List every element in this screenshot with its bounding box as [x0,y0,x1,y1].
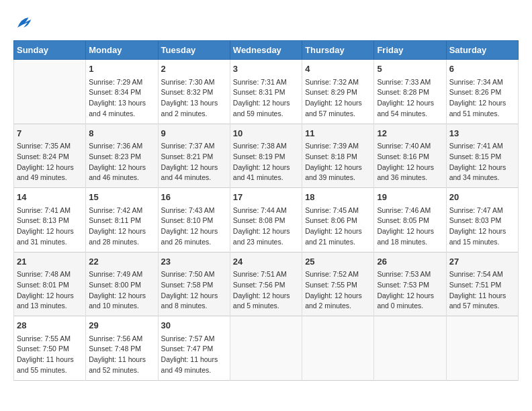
day-info: Sunrise: 7:46 AMSunset: 8:05 PMDaylight:… [377,205,443,248]
day-cell: 3Sunrise: 7:31 AMSunset: 8:31 PMDaylight… [230,60,302,124]
day-cell: 26Sunrise: 7:53 AMSunset: 7:53 PMDayligh… [374,252,446,316]
day-number: 4 [305,62,371,76]
day-cell [14,60,86,124]
day-cell: 2Sunrise: 7:30 AMSunset: 8:32 PMDaylight… [158,60,230,124]
day-number: 12 [377,127,443,140]
column-header-monday: Monday [86,41,158,60]
logo [13,13,36,34]
day-info: Sunrise: 7:55 AMSunset: 7:50 PMDaylight:… [17,334,83,376]
day-info: Sunrise: 7:38 AMSunset: 8:19 PMDaylight:… [233,141,299,183]
day-info: Sunrise: 7:32 AMSunset: 8:29 PMDaylight:… [305,77,371,120]
day-cell: 28Sunrise: 7:55 AMSunset: 7:50 PMDayligh… [14,316,86,381]
week-row-1: 1Sunrise: 7:29 AMSunset: 8:34 PMDaylight… [14,60,519,124]
day-cell: 29Sunrise: 7:56 AMSunset: 7:48 PMDayligh… [86,316,158,381]
day-number: 8 [89,127,154,140]
day-info: Sunrise: 7:40 AMSunset: 8:16 PMDaylight:… [377,141,443,183]
week-row-3: 14Sunrise: 7:41 AMSunset: 8:13 PMDayligh… [14,188,519,253]
day-cell [230,316,302,381]
day-number: 7 [17,127,83,140]
day-info: Sunrise: 7:29 AMSunset: 8:34 PMDaylight:… [89,77,154,120]
day-number: 21 [17,255,83,269]
day-info: Sunrise: 7:31 AMSunset: 8:31 PMDaylight:… [233,77,299,120]
day-number: 16 [161,191,227,204]
day-number: 23 [161,255,227,269]
day-number: 26 [377,255,443,269]
day-number: 15 [89,191,154,204]
column-header-thursday: Thursday [302,41,374,60]
day-info: Sunrise: 7:53 AMSunset: 7:53 PMDaylight:… [377,269,443,312]
day-cell: 14Sunrise: 7:41 AMSunset: 8:13 PMDayligh… [14,188,86,253]
day-cell: 7Sunrise: 7:35 AMSunset: 8:24 PMDaylight… [14,124,86,188]
column-header-sunday: Sunday [14,41,86,60]
week-row-5: 28Sunrise: 7:55 AMSunset: 7:50 PMDayligh… [14,316,519,381]
calendar-table: SundayMondayTuesdayWednesdayThursdayFrid… [13,40,519,381]
day-number: 30 [161,319,227,332]
column-header-friday: Friday [374,41,446,60]
week-row-4: 21Sunrise: 7:48 AMSunset: 8:01 PMDayligh… [14,252,519,316]
day-info: Sunrise: 7:43 AMSunset: 8:10 PMDaylight:… [161,205,227,248]
day-cell: 8Sunrise: 7:36 AMSunset: 8:23 PMDaylight… [86,124,158,188]
day-info: Sunrise: 7:34 AMSunset: 8:26 PMDaylight:… [449,77,515,120]
column-header-tuesday: Tuesday [158,41,230,60]
day-info: Sunrise: 7:41 AMSunset: 8:13 PMDaylight:… [17,205,83,248]
day-cell: 25Sunrise: 7:52 AMSunset: 7:55 PMDayligh… [302,252,374,316]
day-info: Sunrise: 7:42 AMSunset: 8:11 PMDaylight:… [89,205,154,248]
day-cell: 10Sunrise: 7:38 AMSunset: 8:19 PMDayligh… [230,124,302,188]
day-cell: 23Sunrise: 7:50 AMSunset: 7:58 PMDayligh… [158,252,230,316]
day-cell: 24Sunrise: 7:51 AMSunset: 7:56 PMDayligh… [230,252,302,316]
day-info: Sunrise: 7:41 AMSunset: 8:15 PMDaylight:… [449,141,515,183]
day-cell: 16Sunrise: 7:43 AMSunset: 8:10 PMDayligh… [158,188,230,253]
day-cell: 30Sunrise: 7:57 AMSunset: 7:47 PMDayligh… [158,316,230,381]
day-cell: 27Sunrise: 7:54 AMSunset: 7:51 PMDayligh… [446,252,518,316]
day-number: 19 [377,191,443,204]
day-number: 28 [17,319,83,332]
column-header-saturday: Saturday [446,41,518,60]
day-info: Sunrise: 7:51 AMSunset: 7:56 PMDaylight:… [233,269,299,312]
day-cell: 22Sunrise: 7:49 AMSunset: 8:00 PMDayligh… [86,252,158,316]
day-cell: 6Sunrise: 7:34 AMSunset: 8:26 PMDaylight… [446,60,518,124]
day-number: 11 [305,127,371,140]
calendar-header-row: SundayMondayTuesdayWednesdayThursdayFrid… [14,41,519,60]
day-cell: 4Sunrise: 7:32 AMSunset: 8:29 PMDaylight… [302,60,374,124]
day-cell: 15Sunrise: 7:42 AMSunset: 8:11 PMDayligh… [86,188,158,253]
day-number: 25 [305,255,371,269]
day-info: Sunrise: 7:36 AMSunset: 8:23 PMDaylight:… [89,141,154,183]
day-info: Sunrise: 7:44 AMSunset: 8:08 PMDaylight:… [233,205,299,248]
day-cell: 19Sunrise: 7:46 AMSunset: 8:05 PMDayligh… [374,188,446,253]
day-cell: 11Sunrise: 7:39 AMSunset: 8:18 PMDayligh… [302,124,374,188]
day-info: Sunrise: 7:30 AMSunset: 8:32 PMDaylight:… [161,77,227,120]
day-cell: 5Sunrise: 7:33 AMSunset: 8:28 PMDaylight… [374,60,446,124]
day-info: Sunrise: 7:54 AMSunset: 7:51 PMDaylight:… [449,269,515,312]
day-number: 22 [89,255,154,269]
day-cell [374,316,446,381]
day-number: 29 [89,319,154,332]
day-info: Sunrise: 7:48 AMSunset: 8:01 PMDaylight:… [17,269,83,312]
day-cell [302,316,374,381]
page-header [13,13,519,34]
day-number: 17 [233,191,299,204]
day-info: Sunrise: 7:57 AMSunset: 7:47 PMDaylight:… [161,334,227,376]
day-cell: 9Sunrise: 7:37 AMSunset: 8:21 PMDaylight… [158,124,230,188]
day-cell: 21Sunrise: 7:48 AMSunset: 8:01 PMDayligh… [14,252,86,316]
day-cell: 12Sunrise: 7:40 AMSunset: 8:16 PMDayligh… [374,124,446,188]
day-number: 20 [449,191,515,204]
day-number: 24 [233,255,299,269]
day-number: 13 [449,127,515,140]
day-info: Sunrise: 7:45 AMSunset: 8:06 PMDaylight:… [305,205,371,248]
day-number: 10 [233,127,299,140]
day-number: 3 [233,62,299,76]
day-number: 6 [449,62,515,76]
day-number: 18 [305,191,371,204]
day-info: Sunrise: 7:37 AMSunset: 8:21 PMDaylight:… [161,141,227,183]
day-info: Sunrise: 7:49 AMSunset: 8:00 PMDaylight:… [89,269,154,312]
day-cell: 20Sunrise: 7:47 AMSunset: 8:03 PMDayligh… [446,188,518,253]
day-info: Sunrise: 7:33 AMSunset: 8:28 PMDaylight:… [377,77,443,120]
week-row-2: 7Sunrise: 7:35 AMSunset: 8:24 PMDaylight… [14,124,519,188]
day-info: Sunrise: 7:39 AMSunset: 8:18 PMDaylight:… [305,141,371,183]
logo-icon [13,13,34,34]
day-info: Sunrise: 7:50 AMSunset: 7:58 PMDaylight:… [161,269,227,312]
day-cell: 1Sunrise: 7:29 AMSunset: 8:34 PMDaylight… [86,60,158,124]
day-cell [446,316,518,381]
day-info: Sunrise: 7:56 AMSunset: 7:48 PMDaylight:… [89,334,154,376]
day-number: 9 [161,127,227,140]
